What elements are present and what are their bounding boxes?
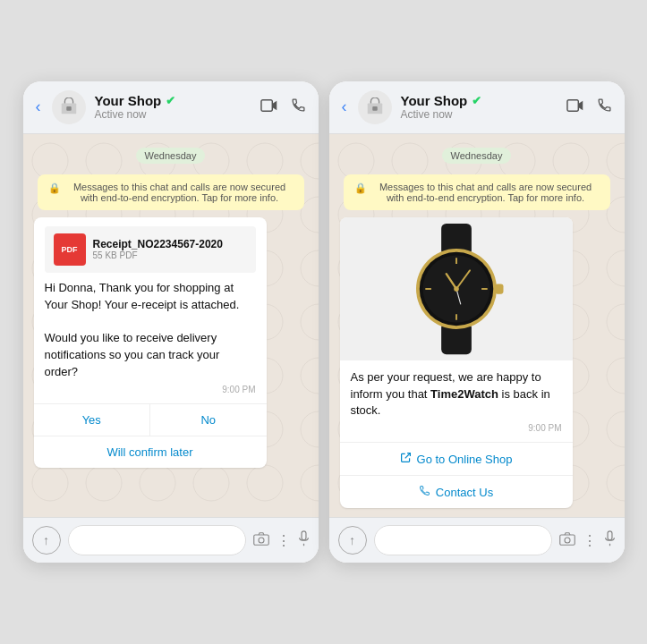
watch-image xyxy=(340,217,573,360)
video-icon-1[interactable] xyxy=(260,97,278,117)
chat-body-2: Wednesday 🔒 Messages to this chat and ca… xyxy=(329,134,625,518)
back-button-1[interactable]: ‹ xyxy=(36,97,41,116)
message-text-1: Hi Donna, Thank you for shopping at Your… xyxy=(45,280,256,381)
message-bubble-1: PDF Receipt_NO2234567-2020 55 KB PDF Hi … xyxy=(34,217,267,468)
message-time-1: 9:00 PM xyxy=(45,385,256,394)
back-button-2[interactable]: ‹ xyxy=(342,97,347,116)
bubble-content-1: PDF Receipt_NO2234567-2020 55 KB PDF Hi … xyxy=(34,217,267,403)
pdf-meta: 55 KB PDF xyxy=(93,250,223,260)
shop-avatar-2 xyxy=(358,90,392,124)
contact-phone-icon xyxy=(419,485,430,499)
svg-point-26 xyxy=(565,538,570,543)
svg-point-22 xyxy=(454,286,459,292)
pdf-attachment[interactable]: PDF Receipt_NO2234567-2020 55 KB PDF xyxy=(45,226,256,273)
chat-header-1: ‹ Your Shop ✔ Active now xyxy=(23,81,319,134)
shop-status-2: Active now xyxy=(401,108,558,121)
header-actions-2 xyxy=(566,97,612,117)
phone-icon-1[interactable] xyxy=(291,97,306,117)
input-bar-2: ↑ ⋮ xyxy=(329,517,625,563)
svg-rect-2 xyxy=(260,100,271,111)
send-button-1[interactable]: ↑ xyxy=(32,526,61,555)
date-label-2: Wednesday xyxy=(340,147,614,164)
mic-icon-1[interactable] xyxy=(298,530,310,550)
link-icon xyxy=(400,452,412,466)
chat-header-2: ‹ Your Shop ✔ Active now xyxy=(329,81,625,134)
shop-info-2: Your Shop ✔ Active now xyxy=(401,93,558,121)
shop-name-2: Your Shop ✔ xyxy=(401,93,558,108)
contact-us-button[interactable]: Contact Us xyxy=(340,475,573,508)
svg-line-24 xyxy=(404,453,410,459)
phone-2: ‹ Your Shop ✔ Active now xyxy=(329,81,625,564)
security-notice-2[interactable]: 🔒 Messages to this chat and calls are no… xyxy=(344,174,610,210)
more-icon-2[interactable]: ⋮ xyxy=(583,532,597,549)
shop-name-1: Your Shop ✔ xyxy=(95,93,251,108)
go-to-shop-button[interactable]: Go to Online Shop xyxy=(340,442,573,475)
message-bubble-2: As per your request, we are happy to inf… xyxy=(340,217,573,509)
shop-info-1: Your Shop ✔ Active now xyxy=(95,93,251,121)
lock-icon-1: 🔒 xyxy=(48,182,61,194)
svg-point-4 xyxy=(259,538,264,543)
input-bar-1: ↑ ⋮ xyxy=(23,517,319,563)
security-notice-1[interactable]: 🔒 Messages to this chat and calls are no… xyxy=(38,174,304,210)
mic-icon-2[interactable] xyxy=(604,530,616,550)
date-label-1: Wednesday xyxy=(34,147,308,164)
svg-rect-27 xyxy=(608,531,612,540)
verified-badge-1: ✔ xyxy=(166,94,175,107)
yes-button[interactable]: Yes xyxy=(34,404,151,436)
lock-icon-2: 🔒 xyxy=(354,182,367,194)
quick-reply-row: Yes No xyxy=(34,404,267,436)
camera-icon-1[interactable] xyxy=(253,532,269,549)
svg-rect-5 xyxy=(302,531,306,540)
chat-body-1: Wednesday 🔒 Messages to this chat and ca… xyxy=(23,134,319,518)
phone-1: ‹ Your Shop ✔ Active now xyxy=(23,81,319,564)
send-button-2[interactable]: ↑ xyxy=(338,526,367,555)
verified-badge-2: ✔ xyxy=(472,94,481,107)
pdf-icon: PDF xyxy=(54,233,86,266)
svg-rect-8 xyxy=(372,106,378,111)
message-input-1[interactable] xyxy=(68,525,246,555)
main-container: ‹ Your Shop ✔ Active now xyxy=(5,64,643,581)
camera-icon-2[interactable] xyxy=(559,532,575,549)
no-button[interactable]: No xyxy=(150,404,267,436)
bubble-content-2: As per your request, we are happy to inf… xyxy=(340,360,573,443)
header-actions-1 xyxy=(260,97,306,117)
later-button[interactable]: Will confirm later xyxy=(34,436,267,468)
message-input-2[interactable] xyxy=(374,525,552,555)
message-time-2: 9:00 PM xyxy=(351,423,562,433)
quick-replies-1: Yes No Will confirm later xyxy=(34,403,267,468)
pdf-name: Receipt_NO2234567-2020 xyxy=(93,238,223,250)
shop-status-1: Active now xyxy=(95,108,251,121)
shop-avatar-1 xyxy=(52,90,86,124)
svg-rect-23 xyxy=(495,284,503,293)
more-icon-1[interactable]: ⋮ xyxy=(277,532,291,549)
svg-rect-1 xyxy=(66,106,72,111)
message-text-2: As per your request, we are happy to inf… xyxy=(351,369,562,420)
video-icon-2[interactable] xyxy=(566,97,584,117)
pdf-info: Receipt_NO2234567-2020 55 KB PDF xyxy=(93,238,223,260)
svg-rect-9 xyxy=(566,100,577,111)
phone-icon-2[interactable] xyxy=(597,97,612,117)
